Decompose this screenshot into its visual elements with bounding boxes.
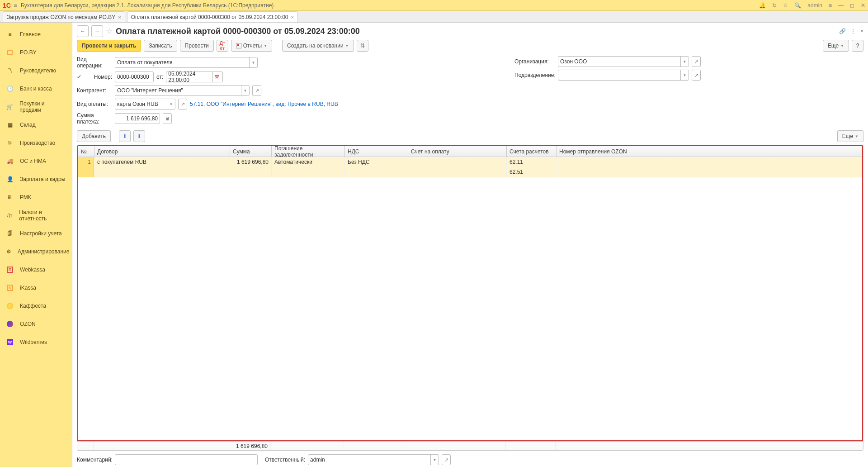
date-input[interactable]: 05.09.2024 23:00:00📅 (166, 71, 223, 82)
th-ozon-no[interactable]: Номер отправления OZON (557, 146, 862, 157)
sidebar-item-rmk[interactable]: 🗎РМК (0, 188, 72, 206)
cell-num: 1 (78, 157, 94, 167)
add-row-button[interactable]: Добавить (77, 130, 111, 142)
division-select[interactable]: ▼ (558, 70, 689, 81)
close-doc-icon[interactable]: × (860, 28, 863, 34)
tab-payment-card[interactable]: Оплата платежной картой 0000-000300 от 0… (127, 11, 298, 22)
pay-type-select[interactable]: карта Озон RUB▼ (115, 99, 175, 110)
chevron-down-icon[interactable]: ▼ (241, 86, 249, 95)
op-type-select[interactable]: Оплата от покупателя▼ (115, 57, 258, 68)
sidebar-item-webkassa[interactable]: ПWebkassa (0, 261, 72, 279)
sidebar-item-manager[interactable]: 〽Руководителю (0, 62, 72, 80)
sidebar-item-wildberries[interactable]: WWildberries (0, 333, 72, 351)
sidebar-item-salary[interactable]: 👤Зарплата и кадры (0, 170, 72, 188)
organization-select[interactable]: Озон ООО▼ (558, 56, 689, 67)
chevron-down-icon[interactable]: ▼ (167, 99, 175, 109)
cell-contract: с покупателем RUB (94, 157, 230, 167)
calendar-icon[interactable]: 📅 (212, 72, 221, 82)
sidebar-item-admin[interactable]: ⚙Администрирование (0, 243, 72, 261)
sidebar-item-tax[interactable]: ДтНалоги и отчетность (0, 206, 72, 224)
chevron-down-icon[interactable]: ▼ (249, 57, 257, 67)
th-invoice[interactable]: Счет на оплату (408, 146, 507, 157)
tab-close-icon[interactable]: × (118, 14, 121, 20)
chevron-down-icon[interactable]: ▼ (430, 455, 439, 465)
history-icon[interactable]: ↻ (772, 2, 777, 9)
th-repay[interactable]: Погашение задолженности (272, 146, 345, 157)
sidebar-item-settings[interactable]: 🗐Настройки учета (0, 224, 72, 243)
comment-input[interactable] (115, 454, 258, 465)
create-based-button[interactable]: Создать на основании▼ (282, 40, 354, 52)
pay-type-link[interactable]: 57.11, ООО "Интернет Решения", вид: Проч… (190, 101, 338, 107)
tab-ozon-load[interactable]: Загрузка продаж OZON по месяцам PO.BY × (3, 11, 125, 22)
ozon-icon (6, 321, 14, 327)
sidebar-item-ikassa[interactable]: KiKassa (0, 279, 72, 297)
sidebar-item-os-nma[interactable]: 🚚ОС и НМА (0, 152, 72, 170)
dtkt-button[interactable]: ДтКт (217, 40, 228, 52)
ikassa-icon: K (6, 285, 14, 291)
user-label[interactable]: admin (807, 2, 822, 9)
nav-back-button[interactable]: ← (77, 25, 89, 37)
th-contract[interactable]: Договор (94, 146, 230, 157)
minimize-icon[interactable]: — (838, 2, 844, 9)
responsible-select[interactable]: admin▼ (308, 454, 439, 465)
star-icon[interactable]: ☆ (783, 2, 788, 9)
cell-acc1: 62.11 (507, 157, 557, 167)
post-and-close-button[interactable]: Провести и закрыть (77, 40, 141, 52)
open-organization-button[interactable]: ↗ (692, 56, 701, 67)
tab-close-icon[interactable]: × (291, 14, 294, 20)
table-more-button[interactable]: Еще▼ (837, 130, 863, 142)
sidebar-item-poby[interactable]: PO.BY (0, 43, 72, 62)
more-button[interactable]: Еще▼ (823, 40, 849, 52)
sidebar-item-warehouse[interactable]: ▦Склад (0, 116, 72, 134)
label-pay-sum: Сумма платежа: (77, 112, 112, 125)
help-button[interactable]: ? (852, 40, 863, 52)
sidebar-item-bank[interactable]: 🕓Банк и касса (0, 80, 72, 98)
th-sum[interactable]: Сумма (230, 146, 272, 157)
open-responsible-button[interactable]: ↗ (442, 454, 451, 465)
search-icon[interactable]: 🔍 (794, 2, 801, 9)
sidebar-item-purchases[interactable]: 🛒Покупки и продажи (0, 98, 72, 116)
th-accounts[interactable]: Счета расчетов (507, 146, 557, 157)
table-row[interactable]: 1 с покупателем RUB 1 619 696,80 Автомат… (78, 157, 862, 177)
maximize-icon[interactable]: ◻ (850, 2, 854, 9)
main-menu-icon[interactable]: ≡ (14, 2, 17, 9)
sidebar-item-main[interactable]: ≡Главное (0, 25, 72, 43)
chevron-down-icon[interactable]: ▼ (680, 57, 689, 67)
sidebar-item-production[interactable]: ⛭Производство (0, 134, 72, 152)
truck-icon: 🚚 (6, 158, 14, 164)
link-icon[interactable]: 🔗 (839, 28, 846, 34)
move-down-button[interactable]: ⬇ (133, 130, 145, 142)
favorite-star-icon[interactable]: ☆ (106, 26, 113, 36)
calc-button[interactable]: 🖩 (163, 113, 172, 124)
pay-sum-input[interactable]: 1 619 696,80 (115, 113, 160, 124)
label-division: Подразделение: (514, 72, 555, 78)
webkassa-icon: П (6, 267, 14, 273)
gear-icon: ⚙ (6, 248, 11, 255)
chevron-down-icon[interactable]: ▼ (680, 70, 689, 80)
open-counterparty-button[interactable]: ↗ (252, 85, 261, 96)
bell-icon[interactable]: 🔔 (759, 2, 766, 9)
sidebar-item-ozon[interactable]: OZON (0, 315, 72, 333)
open-pay-type-button[interactable]: ↗ (178, 99, 187, 110)
sidebar-item-kaffesta[interactable]: Каффеста (0, 297, 72, 315)
cell-repay: Автоматически (272, 157, 345, 167)
dtkt-icon: Дт (6, 213, 13, 218)
settings-icon[interactable]: ≡ (829, 2, 832, 9)
counterparty-select[interactable]: ООО "Интернет Решения"▼ (115, 85, 250, 96)
content: ← → ☆ Оплата платежной картой 0000-00030… (72, 23, 868, 467)
label-op-type: Вид операции: (77, 56, 112, 69)
footer-sum: 1 619 696,80 (229, 442, 271, 450)
nav-forward-button[interactable]: → (91, 25, 103, 37)
open-division-button[interactable]: ↗ (692, 70, 701, 81)
move-up-button[interactable]: ⬆ (119, 130, 131, 142)
post-button[interactable]: Провести (180, 40, 214, 52)
title-bar: 1C ≡ Бухгалтерия для Беларуси, редакция … (0, 0, 868, 11)
number-input[interactable]: 0000-000300 (115, 71, 154, 82)
close-icon[interactable]: ✕ (861, 2, 865, 9)
structure-button[interactable]: ⇅ (357, 40, 368, 52)
kebab-icon[interactable]: ⋮ (850, 28, 856, 34)
th-num[interactable]: № (78, 146, 94, 157)
write-button[interactable]: Записать (144, 40, 177, 52)
th-vat[interactable]: НДС (345, 146, 408, 157)
reports-button[interactable]: Отчеты▼ (231, 40, 272, 52)
